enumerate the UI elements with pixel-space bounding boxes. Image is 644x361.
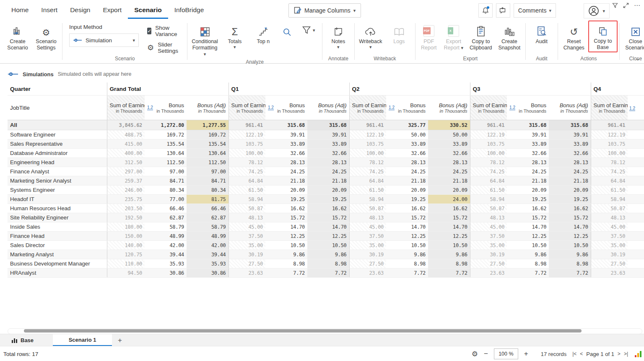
table-cell[interactable]: 32.66 <box>386 149 428 158</box>
account-button[interactable]: ▾ <box>584 3 610 18</box>
table-cell[interactable]: 50.00 <box>386 130 428 139</box>
table-cell[interactable]: 24.25 <box>307 167 349 176</box>
table-cell[interactable]: 20.09 <box>265 186 307 195</box>
table-cell[interactable]: 15.72 <box>428 213 470 222</box>
table-cell[interactable]: 122.19 <box>349 130 386 139</box>
table-cell-partial[interactable] <box>628 167 644 176</box>
table-cell[interactable]: 7.72 <box>428 268 470 278</box>
table-cell[interactable]: 78.12 <box>349 158 386 167</box>
table-cell[interactable]: 37.50 <box>470 232 507 241</box>
conditional-formatting-button[interactable]: Conditional Formatting ▾ <box>189 21 221 59</box>
table-cell[interactable]: 961.41 <box>470 120 507 130</box>
table-cell[interactable]: 112.50 <box>187 158 229 167</box>
table-cell[interactable]: 35.00 <box>349 241 386 250</box>
next-page-icon[interactable]: > <box>618 351 621 357</box>
table-cell[interactable]: 103.75 <box>349 139 386 149</box>
table-cell[interactable]: 33.89 <box>307 139 349 149</box>
table-cell[interactable]: 1,277.55 <box>187 120 229 130</box>
close-scenario-button[interactable]: Close Scenario <box>621 21 644 52</box>
focus-mode-icon[interactable] <box>623 3 629 8</box>
table-cell[interactable]: 10.50 <box>428 241 470 250</box>
table-cell[interactable]: 45.00 <box>470 222 507 232</box>
table-cell[interactable]: 45.00 <box>591 222 628 232</box>
table-cell[interactable]: 20.09 <box>507 186 549 195</box>
table-cell[interactable]: 28.13 <box>507 158 549 167</box>
table-cell-partial[interactable] <box>628 241 644 250</box>
table-cell[interactable]: 330.52 <box>428 120 470 130</box>
table-cell[interactable]: 23.63 <box>229 268 265 278</box>
table-cell[interactable]: 21.18 <box>428 176 470 186</box>
table-cell[interactable]: 21.18 <box>386 176 428 186</box>
table-cell[interactable]: 39.91 <box>507 130 549 139</box>
table-cell[interactable]: 66.46 <box>187 204 229 213</box>
table-cell[interactable]: 35.00 <box>470 241 507 250</box>
table-cell[interactable]: 15.72 <box>549 213 591 222</box>
table-cell[interactable]: 32.66 <box>307 149 349 158</box>
table-cell[interactable]: 23.63 <box>349 268 386 278</box>
table-cell[interactable]: 8.98 <box>549 259 591 268</box>
table-cell[interactable]: 27.50 <box>229 259 265 268</box>
table-cell[interactable]: 58.94 <box>470 195 507 204</box>
table-cell[interactable]: 122.19 <box>591 130 628 139</box>
table-cell[interactable]: 15.72 <box>386 213 428 222</box>
table-cell[interactable]: 37.50 <box>591 232 628 241</box>
table-cell[interactable]: 28.13 <box>386 158 428 167</box>
manage-columns-button[interactable]: Manage Columns ▾ <box>288 3 361 18</box>
table-cell[interactable]: 33.89 <box>549 139 591 149</box>
table-cell[interactable]: 14.70 <box>428 222 470 232</box>
table-cell-partial[interactable] <box>628 268 644 278</box>
table-cell[interactable]: 58.94 <box>229 195 265 204</box>
number-format-icon[interactable]: 1.2 <box>147 105 153 110</box>
table-cell[interactable]: 58.79 <box>145 222 187 232</box>
table-cell[interactable]: 325.77 <box>386 120 428 130</box>
table-cell[interactable]: 48.13 <box>591 213 628 222</box>
tab-scenario[interactable]: Scenario <box>128 1 168 19</box>
table-cell[interactable]: 130.64 <box>145 149 187 158</box>
table-cell[interactable]: 12.25 <box>549 232 591 241</box>
table-cell[interactable]: 48.13 <box>470 213 507 222</box>
number-format-icon[interactable]: 1.2 <box>389 105 395 110</box>
table-cell[interactable]: 97.00 <box>187 167 229 176</box>
table-cell[interactable]: 32.66 <box>549 149 591 158</box>
table-cell[interactable]: 48.99 <box>145 232 187 241</box>
table-cell[interactable]: 24.25 <box>549 167 591 176</box>
table-cell[interactable]: 58.94 <box>349 195 386 204</box>
table-cell[interactable]: 58.79 <box>187 222 229 232</box>
table-cell[interactable]: 39.91 <box>549 130 591 139</box>
table-cell[interactable]: 488.75 <box>107 130 145 139</box>
first-page-icon[interactable]: |< <box>572 351 576 357</box>
table-cell[interactable]: 32.66 <box>507 149 549 158</box>
table-cell[interactable]: 14.70 <box>307 222 349 232</box>
table-cell[interactable]: 33.89 <box>507 139 549 149</box>
table-cell[interactable]: 169.72 <box>187 130 229 139</box>
collapse-ribbon-icon[interactable]: ⌄ <box>635 55 640 62</box>
table-cell[interactable]: 259.37 <box>107 176 145 186</box>
table-cell[interactable]: 27.50 <box>470 259 507 268</box>
table-cell[interactable]: 24.25 <box>428 167 470 176</box>
table-cell[interactable]: 100.00 <box>591 149 628 158</box>
table-cell[interactable]: 24.25 <box>265 167 307 176</box>
table-cell[interactable]: 78.12 <box>470 158 507 167</box>
sheet-tab-scenario-1[interactable]: Scenario 1 <box>53 334 112 346</box>
table-cell[interactable]: 180.00 <box>107 222 145 232</box>
table-cell[interactable]: 28.13 <box>265 158 307 167</box>
table-cell[interactable]: 94.50 <box>107 268 145 278</box>
table-cell[interactable]: 9.86 <box>265 250 307 259</box>
table-cell[interactable]: 961.41 <box>591 120 628 130</box>
last-page-icon[interactable]: >| <box>624 351 628 357</box>
table-cell-partial[interactable] <box>628 195 644 204</box>
table-cell-partial[interactable] <box>628 222 644 232</box>
table-cell[interactable]: 33.89 <box>386 139 428 149</box>
zoom-level-field[interactable]: 100 % <box>494 348 518 359</box>
table-cell[interactable]: 61.50 <box>229 186 265 195</box>
number-format-icon[interactable]: 1.2 <box>268 105 274 110</box>
top-n-button[interactable]: Top n <box>249 21 278 46</box>
table-cell[interactable]: 10.50 <box>265 241 307 250</box>
table-cell[interactable]: 64.84 <box>229 176 265 186</box>
table-cell[interactable]: 7.72 <box>549 268 591 278</box>
table-cell[interactable]: 112.50 <box>145 158 187 167</box>
table-cell[interactable]: 312.50 <box>107 158 145 167</box>
table-cell[interactable]: 1,272.80 <box>145 120 187 130</box>
table-cell[interactable]: 103.75 <box>229 139 265 149</box>
table-cell[interactable]: 12.25 <box>307 232 349 241</box>
